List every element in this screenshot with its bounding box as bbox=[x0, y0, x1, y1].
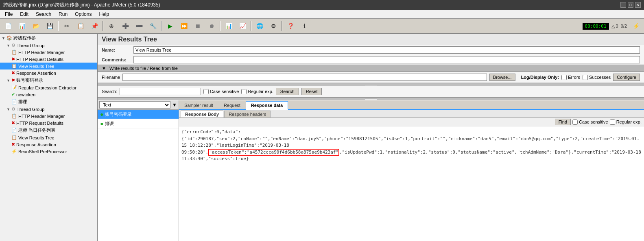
toolbar-remove[interactable]: ➖ bbox=[133, 20, 146, 32]
sidebar-item-regex[interactable]: 📝 Regular Expression Extractor bbox=[0, 84, 97, 91]
menu-run[interactable]: Run bbox=[55, 11, 71, 18]
result-item-1[interactable]: ● 排课 bbox=[98, 119, 179, 128]
find-case-sensitive-checkbox[interactable] bbox=[572, 119, 578, 125]
tab-request[interactable]: Request bbox=[218, 101, 246, 109]
sidebar-item-schedule[interactable]: 📄 排课 bbox=[0, 98, 97, 106]
comments-label: Comments: bbox=[102, 57, 130, 62]
view-results-1-label: View Results Tree bbox=[18, 64, 54, 69]
response-content: {"errorCode":0,"data":{"id":290187,"sex"… bbox=[179, 126, 644, 241]
toolbar-paste[interactable]: 📌 bbox=[88, 20, 101, 32]
sub-tab-response-headers[interactable]: Response headers bbox=[224, 111, 271, 117]
find-button[interactable]: Find bbox=[555, 119, 571, 125]
toolbar-save[interactable]: 💾 bbox=[43, 20, 56, 32]
sub-tab-bar: Response Body Response headers bbox=[179, 110, 644, 118]
menu-help[interactable]: Help bbox=[96, 11, 112, 18]
beanshell-label: BeanShell PreProcessor bbox=[18, 149, 67, 154]
menu-file[interactable]: File bbox=[2, 11, 16, 18]
name-input[interactable] bbox=[133, 46, 640, 54]
toolbar-extra[interactable]: ⚡ bbox=[629, 20, 642, 32]
toolbar-add[interactable]: ➕ bbox=[119, 20, 132, 32]
menu-edit[interactable]: Edit bbox=[17, 11, 32, 18]
sidebar-item-acct-login[interactable]: ▼ ✖ 账号密码登录 bbox=[0, 76, 97, 84]
view-results-2-label: View Results Tree bbox=[18, 135, 54, 140]
sidebar-item-response-assertion-1[interactable]: ✖ Response Assertion bbox=[0, 69, 97, 76]
sidebar-item-http-req-defaults-2[interactable]: ✖ HTTP Request Defaults bbox=[0, 119, 97, 126]
sidebar-item-thread-group-1[interactable]: ▼ ⚙ Thread Group bbox=[0, 42, 97, 49]
filename-input[interactable] bbox=[122, 74, 487, 81]
sidebar-item-view-results-2[interactable]: 📋 View Results Tree bbox=[0, 134, 97, 141]
tab-response-data[interactable]: Response data bbox=[246, 101, 288, 110]
toolbar-template[interactable]: 📊 bbox=[15, 20, 28, 32]
acct-icon: ✖ bbox=[11, 78, 15, 83]
toolbar-clear[interactable]: 🔧 bbox=[146, 20, 159, 32]
access-token-highlight: "accessToken":"a4572ccca90f4d6bb58a875ae… bbox=[208, 149, 339, 156]
sidebar-item-thread-group-2[interactable]: ▼ ⚙ Thread Group bbox=[0, 106, 97, 113]
configure-button[interactable]: Configure bbox=[613, 74, 640, 81]
header-icon-2: 📋 bbox=[11, 113, 17, 119]
menu-options[interactable]: Options bbox=[72, 11, 95, 18]
filename-label: Filename bbox=[102, 75, 120, 80]
toolbar-info[interactable]: ℹ bbox=[298, 20, 311, 32]
toolbar-report2[interactable]: 📈 bbox=[236, 20, 249, 32]
toolbar-expand[interactable]: ⊕ bbox=[105, 20, 118, 32]
sidebar-item-response-assertion-2[interactable]: ✖ Response Assertion bbox=[0, 141, 97, 148]
right-panel: Sampler result Request Response data Res… bbox=[179, 100, 644, 241]
toolbar-open[interactable]: 📂 bbox=[29, 20, 42, 32]
case-sensitive-checkbox[interactable] bbox=[203, 89, 209, 94]
toolbar-new[interactable]: 📄 bbox=[2, 20, 15, 32]
sidebar-item-http-req-defaults-1[interactable]: ✖ HTTP Request Defaults bbox=[0, 56, 97, 63]
close-button[interactable]: ✕ bbox=[635, 2, 641, 8]
count-label: 0/2 bbox=[621, 24, 627, 28]
search-button[interactable]: Search bbox=[276, 88, 299, 95]
sidebar-root[interactable]: ▼ 🏠 跨线程传参 bbox=[0, 34, 97, 42]
sep-6 bbox=[282, 21, 282, 31]
dropdown-arrow-icon: ▼ bbox=[172, 102, 177, 108]
text-dropdown[interactable]: Text bbox=[99, 101, 170, 109]
case-sensitive-item: Case sensitive bbox=[203, 89, 239, 94]
toolbar-copy[interactable]: 📋 bbox=[74, 20, 87, 32]
sidebar-item-http-header-2[interactable]: 📋 HTTP Header Manager bbox=[0, 113, 97, 119]
toolbar-cut[interactable]: ✂ bbox=[60, 20, 73, 32]
toolbar-remote[interactable]: 🌐 bbox=[253, 20, 266, 32]
reg-exp-checkbox[interactable] bbox=[241, 89, 247, 94]
search-input[interactable] bbox=[120, 88, 201, 95]
result-item-0[interactable]: ● 账号密码登录 bbox=[98, 110, 179, 119]
minimize-button[interactable]: ─ bbox=[620, 2, 626, 8]
sidebar-item-http-header-1[interactable]: 📋 HTTP Header Manager bbox=[0, 49, 97, 56]
successes-checkbox[interactable] bbox=[583, 75, 588, 80]
toolbar-play[interactable]: ▶ bbox=[164, 20, 177, 32]
comments-input[interactable] bbox=[133, 56, 640, 63]
reset-button[interactable]: Reset bbox=[301, 88, 322, 95]
browse-button[interactable]: Browse... bbox=[489, 74, 515, 81]
toolbar-settings[interactable]: ⚙ bbox=[267, 20, 280, 32]
log-display-label: Log/Display Only: bbox=[521, 75, 559, 80]
results-list-header: Text ▼ bbox=[98, 100, 179, 110]
section-label: Write results to file / Read from file bbox=[109, 66, 178, 71]
scroll-divider-1 bbox=[98, 83, 644, 86]
collapse-arrow[interactable]: ▼ bbox=[102, 66, 106, 71]
warn-badge: △ 0 bbox=[611, 24, 618, 29]
find-case-sensitive-label: Case sensitive bbox=[579, 119, 608, 124]
toolbar-report[interactable]: 📊 bbox=[222, 20, 235, 32]
errors-checkbox[interactable] bbox=[561, 75, 567, 80]
toolbar-help[interactable]: ❓ bbox=[284, 20, 297, 32]
successes-label: Successes bbox=[589, 75, 611, 80]
menu-search[interactable]: Search bbox=[33, 11, 55, 18]
sidebar-item-beanshell[interactable]: ⚡ BeanShell PreProcessor bbox=[0, 148, 97, 155]
toolbar-stop[interactable]: ⏹ bbox=[191, 20, 204, 32]
sub-tab-response-body[interactable]: Response Body bbox=[181, 111, 223, 117]
req-icon-1: ✖ bbox=[11, 56, 15, 62]
sidebar-item-newtoken[interactable]: ✔ newtoken bbox=[0, 91, 97, 98]
tab-sampler-result[interactable]: Sampler result bbox=[179, 101, 218, 109]
schedule-icon: 📄 bbox=[11, 99, 17, 104]
acct-login-label: 账号密码登录 bbox=[16, 77, 43, 83]
teacher-icon: 📄 bbox=[11, 128, 17, 133]
toolbar-play-no-pause[interactable]: ⏩ bbox=[177, 20, 190, 32]
newtoken-label: newtoken bbox=[16, 92, 35, 97]
sidebar-item-teacher-tasks[interactable]: 📄 老师 当日任务列表 bbox=[0, 126, 97, 134]
maximize-button[interactable]: □ bbox=[628, 2, 633, 8]
expand-root: ▼ bbox=[2, 36, 5, 40]
find-reg-exp-checkbox[interactable] bbox=[610, 119, 615, 125]
toolbar-shutdown[interactable]: ⏺ bbox=[205, 20, 218, 32]
sidebar-item-view-results-1[interactable]: 📋 View Results Tree bbox=[0, 63, 97, 69]
